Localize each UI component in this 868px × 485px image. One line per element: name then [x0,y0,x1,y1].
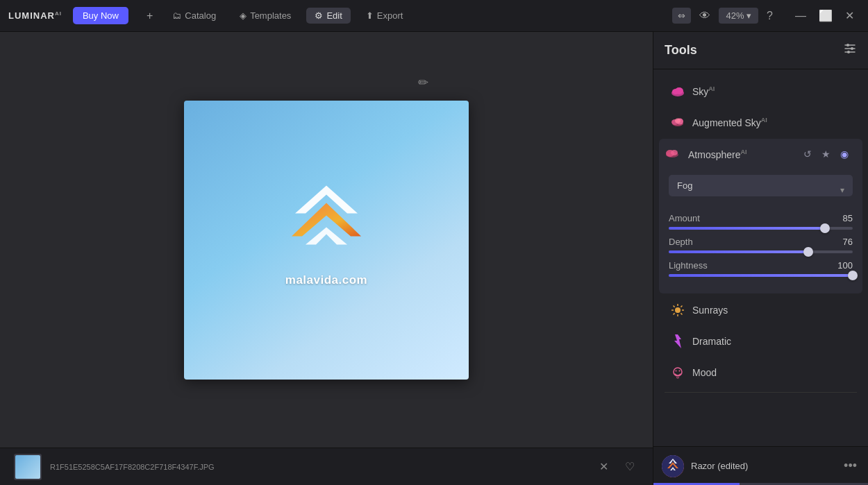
profile-avatar [662,455,684,477]
svg-point-18 [671,150,678,155]
svg-point-19 [675,307,681,313]
depth-slider-track[interactable] [669,250,853,253]
canvas-content: malavida.com [0,32,653,448]
catalog-icon: 🗂 [172,10,181,21]
atmosphere-toggle-button[interactable]: ◉ [837,147,851,161]
add-button[interactable]: + [142,7,157,25]
sky-label: SkyAI [692,85,851,97]
atmosphere-reset-button[interactable]: ↺ [801,147,815,161]
amount-slider-thumb[interactable] [820,223,830,233]
lightness-slider-fill [669,274,853,277]
fog-type-selector[interactable]: Fog Mist Haze ▾ [669,175,853,205]
svg-line-26 [681,306,682,307]
amount-label: Amount [669,213,700,223]
depth-label: Depth [669,237,693,247]
tool-item-mood[interactable]: Mood [659,357,862,388]
thumbnail-preview[interactable] [14,454,42,480]
right-panel: Tools [653,32,868,485]
depth-slider-thumb[interactable] [803,247,813,257]
profile-more-button[interactable]: ••• [841,456,860,476]
tool-item-dramatic[interactable]: Dramatic [659,326,862,357]
atmosphere-content: Fog Mist Haze ▾ Amount 85 [659,169,862,293]
tool-item-sunrays[interactable]: Sunrays [659,295,862,325]
split-view-button[interactable]: ⇔ [672,8,691,24]
lightness-slider-track[interactable] [669,274,853,277]
minimize-button[interactable]: — [790,6,812,25]
luminar-logo-shape [281,182,372,265]
close-button[interactable]: ✕ [840,6,860,25]
panel-settings-button[interactable] [843,42,857,59]
buy-now-button[interactable]: Buy Now [73,7,128,24]
filename-label: R1F51E5258C5AF17F8208C2F718F4347F.JPG [50,463,587,471]
tool-item-augmented-sky[interactable]: Augmented SkyAI [659,107,862,137]
titlebar: LUMINARAI Buy Now + 🗂 Catalog ◈ Template… [0,0,868,32]
profile-bar: Razor (edited) ••• [653,446,868,485]
svg-marker-28 [674,334,681,348]
logo-overlay: malavida.com [281,182,372,287]
profile-name: Razor (edited) [691,461,834,471]
atmosphere-preset-button[interactable]: ★ [819,147,833,161]
bottom-bar: R1F51E5258C5AF17F8208C2F718F4347F.JPG ✕ … [0,448,653,485]
svg-point-8 [847,51,850,53]
svg-point-31 [679,371,681,372]
templates-nav[interactable]: ◈ Templates [231,8,299,24]
canvas-area: ✏ 🕐 [0,32,653,485]
svg-point-4 [846,44,849,46]
templates-icon: ◈ [240,10,247,21]
tools-list: SkyAI Augmented SkyAI [653,69,868,446]
edit-nav[interactable]: ⚙ Edit [306,8,350,24]
svg-point-30 [676,371,677,372]
depth-value: 76 [843,237,853,247]
svg-point-29 [674,368,682,376]
dramatic-icon [670,334,685,349]
maximize-button[interactable]: ⬜ [813,6,838,25]
edit-icon: ⚙ [315,10,323,21]
atmosphere-panel: AtmosphereAI ↺ ★ ◉ Fog Mist Haze [659,139,862,293]
brush-tool-button[interactable]: ✏ [411,71,435,94]
svg-point-15 [675,119,681,124]
fog-select[interactable]: Fog Mist Haze [669,175,853,196]
svg-rect-32 [662,455,684,477]
amount-slider-row: Amount 85 [669,213,853,230]
export-nav[interactable]: ⬆ Export [358,8,412,24]
amount-slider-fill [669,227,825,230]
catalog-nav[interactable]: 🗂 Catalog [164,8,224,24]
svg-line-25 [681,313,682,314]
svg-marker-2 [306,227,347,244]
svg-line-24 [674,306,675,307]
export-icon: ⬆ [366,10,374,21]
amount-slider-track[interactable] [669,227,853,230]
zoom-selector[interactable]: 42% ▾ [719,8,758,24]
lightness-label: Lightness [669,260,708,271]
panel-header: Tools [653,32,868,69]
sliders-icon [843,42,857,56]
svg-point-11 [675,87,683,94]
dramatic-label: Dramatic [692,336,851,347]
app-logo: LUMINARAI [8,10,62,21]
mood-label: Mood [692,367,851,378]
lightness-slider-row: Lightness 100 [669,260,853,277]
mood-icon [670,365,685,380]
eye-preview-button[interactable]: 👁 [695,7,715,25]
favorite-button[interactable]: ♡ [621,457,639,476]
image-preview: malavida.com [184,101,469,380]
watermark-text: malavida.com [285,273,367,287]
amount-value: 85 [843,213,853,223]
augmented-sky-icon [670,114,685,130]
atmosphere-controls: ↺ ★ ◉ [801,147,851,161]
svg-point-6 [851,47,853,50]
atmosphere-header[interactable]: AtmosphereAI ↺ ★ ◉ [659,139,862,169]
tools-divider [665,392,857,393]
lightness-slider-thumb[interactable] [848,271,858,280]
depth-slider-row: Depth 76 [669,237,853,253]
atmosphere-icon [665,146,680,162]
sunrays-icon [670,303,685,318]
depth-slider-fill [669,250,808,253]
tool-item-sky[interactable]: SkyAI [659,76,862,106]
lightness-value: 100 [837,260,853,271]
atmosphere-label: AtmosphereAI [688,148,794,160]
remove-button[interactable]: ✕ [595,457,612,476]
profile-bar-wrap: Razor (edited) ••• [653,446,868,485]
sky-icon [670,83,685,99]
help-button[interactable]: ? [762,7,777,25]
